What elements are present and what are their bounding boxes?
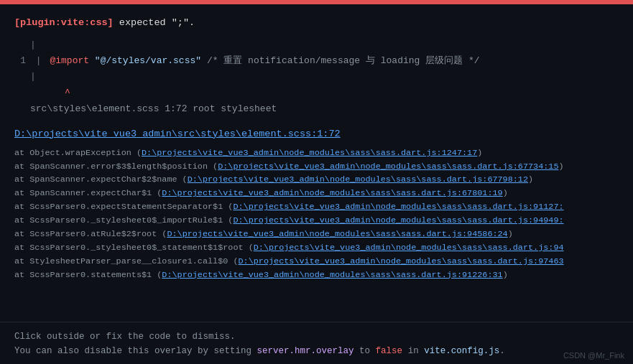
caret-line: ^ — [30, 85, 619, 101]
stack-line: at ScssParser0.expectStatementSeparator$… — [14, 200, 619, 214]
line-number: 1 — [14, 53, 26, 69]
dismiss-prefix: You can also disable this overlay by set… — [14, 346, 257, 356]
stack-line: at ScssParser0.statements$1 (D:\projects… — [14, 269, 619, 282]
pipe-top: | — [30, 37, 619, 53]
pipe-bottom: | — [30, 69, 619, 85]
stack-line: at SpanScanner.expectChar$1 (D:\projects… — [14, 187, 619, 200]
dismiss-section: Click outside or fix the code to dismiss… — [0, 322, 633, 364]
dismiss-suffix: in — [402, 346, 424, 356]
code-line: 1 | @import "@/styles/var.scss" /* 重置 no… — [14, 53, 619, 69]
code-block: | 1 | @import "@/styles/var.scss" /* 重置 … — [14, 37, 619, 122]
error-message: expected ";". — [114, 17, 195, 28]
dismiss-code: server.hmr.overlay — [257, 346, 354, 356]
stack-line: at ScssParser0._stylesheet0$_importRule$… — [14, 214, 619, 228]
watermark: CSDN @Mr_Fink — [563, 351, 624, 360]
import-path: "@/styles/var.scss" — [95, 55, 201, 66]
stack-line: at Object.wrapException (D:\projects\vit… — [14, 146, 619, 160]
file-link[interactable]: D:\projects\vite_vue3_admin\src\styles\e… — [14, 129, 619, 139]
stack-line: at StylesheetParser_parse__closure1.call… — [14, 255, 619, 269]
stack-trace: at Object.wrapException (D:\projects\vit… — [14, 146, 619, 314]
pipe-mid: | — [36, 55, 47, 66]
stack-line: at SpanScanner.expectChar$2$name (D:\pro… — [14, 173, 619, 187]
dismiss-false: false — [376, 346, 403, 356]
content: [plugin:vite:css] expected ";". | 1 | @i… — [0, 4, 633, 322]
stack-line: at ScssParser0.atRule$2$root (D:\project… — [14, 228, 619, 241]
stack-line: at ScssParser0._stylesheet0$_statement$1… — [14, 241, 619, 255]
plugin-tag: [plugin:vite:css] — [14, 17, 114, 28]
src-info: src\styles\element.scss 1:72 root styles… — [30, 101, 619, 117]
import-comment: /* 重置 notification/message 与 loading 层级问… — [207, 55, 480, 66]
stack-line: at SpanScanner.error$3$length$position (… — [14, 160, 619, 174]
dismiss-line1: Click outside or fix the code to dismiss… — [14, 330, 619, 344]
import-keyword: @import — [50, 55, 89, 66]
dismiss-line2: You can also disable this overlay by set… — [14, 344, 619, 358]
dismiss-middle: to — [354, 346, 376, 356]
plugin-line: [plugin:vite:css] expected ";". — [14, 16, 619, 30]
error-overlay: [plugin:vite:css] expected ";". | 1 | @i… — [0, 0, 633, 364]
dismiss-end: . — [499, 346, 505, 356]
caret-symbol: ^ — [65, 88, 70, 98]
dismiss-config: vite.config.js — [424, 346, 499, 356]
